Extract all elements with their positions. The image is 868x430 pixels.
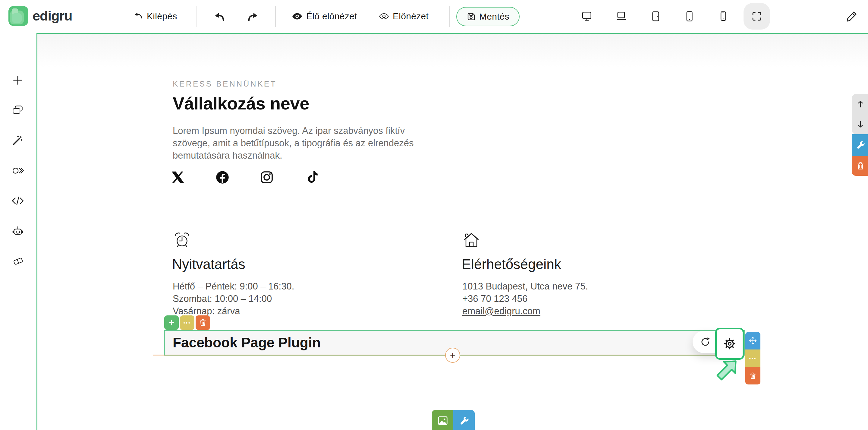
- intro-line: szövege, amit a betűtípusok, a tipográfi…: [173, 137, 414, 149]
- editor-canvas: KERESS BENNÜNKET Vállalkozás neve Lorem …: [36, 33, 868, 430]
- refresh-icon: [699, 336, 711, 348]
- preview-button[interactable]: Előnézet: [379, 0, 429, 33]
- fullscreen-button[interactable]: [744, 3, 770, 30]
- section-more-button[interactable]: •••: [180, 315, 194, 330]
- laptop-icon: [615, 10, 627, 22]
- wrench-icon: [856, 140, 865, 150]
- hours-list[interactable]: Hétfő – Péntek: 9:00 – 16:30. Szombat: 1…: [173, 280, 294, 317]
- instagram-icon[interactable]: [260, 170, 274, 184]
- save-button[interactable]: Mentés: [456, 7, 520, 26]
- move-up-button[interactable]: [856, 99, 865, 109]
- site-title[interactable]: Vállalkozás neve: [173, 93, 309, 113]
- top-toolbar: edigru Kilépés É: [0, 0, 868, 33]
- redo-icon: [247, 10, 259, 23]
- house-icon[interactable]: [462, 231, 480, 249]
- sidebar-item-assistant[interactable]: [11, 225, 24, 238]
- code-icon: [11, 194, 24, 207]
- mobile-icon: [717, 10, 729, 22]
- site-intro-paragraph[interactable]: Lorem Ipsum nyomdai szöveg. Az ipar szab…: [173, 124, 414, 162]
- trash-icon: [198, 318, 207, 327]
- toolbar-separator: [196, 6, 197, 27]
- wrench-icon: [459, 415, 469, 426]
- element-settings-button[interactable]: [453, 410, 475, 430]
- pages-icon: [11, 104, 24, 117]
- move-down-button[interactable]: [856, 120, 865, 129]
- eraser-icon: [11, 255, 24, 268]
- magic-wand-icon: [11, 134, 24, 147]
- facebook-icon[interactable]: [216, 170, 229, 184]
- save-label: Mentés: [479, 11, 509, 22]
- alarm-clock-icon[interactable]: [173, 231, 191, 249]
- device-tablet-button[interactable]: [650, 10, 661, 22]
- x-twitter-icon[interactable]: [171, 170, 185, 184]
- exit-label: Kilépés: [147, 11, 177, 21]
- tiktok-icon[interactable]: [304, 170, 318, 184]
- device-phone-button[interactable]: [683, 10, 695, 22]
- sidebar-item-pages[interactable]: [11, 104, 24, 117]
- contact-title[interactable]: Elérhetőségeink: [462, 256, 561, 272]
- sidebar-item-magic-wand[interactable]: [11, 134, 24, 147]
- block-settings-button[interactable]: [715, 328, 744, 360]
- block-move-button[interactable]: [745, 332, 761, 349]
- move-icon: [749, 337, 757, 345]
- exit-arrow-icon: [133, 11, 143, 21]
- preview-label: Előnézet: [393, 11, 429, 21]
- site-eyebrow-text[interactable]: KERESS BENNÜNKET: [173, 79, 277, 89]
- device-laptop-button[interactable]: [615, 10, 627, 22]
- contact-phone: +36 70 123 456: [462, 292, 588, 305]
- plus-icon: [11, 74, 24, 87]
- pencil-icon: [846, 10, 858, 22]
- hours-line: Szombat: 10:00 – 14:00: [173, 292, 294, 305]
- eye-filled-icon: [292, 12, 303, 20]
- phone-icon: [683, 10, 695, 22]
- arrow-down-icon: [856, 120, 865, 129]
- section-reorder-toolbar: [852, 94, 868, 134]
- block-delete-button[interactable]: [745, 367, 761, 384]
- arrow-up-icon: [856, 99, 865, 109]
- robot-icon: [11, 225, 24, 238]
- redo-button[interactable]: [247, 10, 259, 23]
- intro-line: bemutatására használnak.: [173, 149, 414, 162]
- social-links-row: [171, 170, 318, 184]
- exit-button[interactable]: Kilépés: [133, 0, 177, 33]
- section-delete-button[interactable]: [195, 315, 210, 330]
- sidebar-item-transitions[interactable]: [11, 164, 24, 177]
- contact-address: 1013 Budapest, Utca neve 75.: [462, 280, 588, 292]
- trash-icon: [856, 161, 865, 170]
- live-preview-button[interactable]: Élő előnézet: [292, 0, 357, 33]
- toolbar-separator: [275, 6, 276, 27]
- intro-line: Lorem Ipsum nyomdai szöveg. Az ipar szab…: [173, 124, 414, 137]
- device-desktop-button[interactable]: [581, 10, 593, 22]
- block-side-controls: •••: [745, 332, 761, 384]
- refresh-button[interactable]: [699, 336, 711, 348]
- edigru-logo-icon: [8, 6, 28, 26]
- toolbar-separator: [449, 6, 450, 27]
- undo-icon: [213, 10, 226, 23]
- brand-name: edigru: [33, 8, 72, 24]
- block-more-button[interactable]: •••: [745, 349, 761, 367]
- section-settings-button[interactable]: [852, 134, 868, 156]
- live-preview-label: Élő előnézet: [306, 11, 357, 21]
- section-remove-button[interactable]: [852, 156, 868, 176]
- contact-list[interactable]: 1013 Budapest, Utca neve 75. +36 70 123 …: [462, 280, 588, 317]
- insert-block-button[interactable]: +: [445, 348, 460, 363]
- tablet-icon: [650, 10, 661, 22]
- undo-button[interactable]: [213, 10, 226, 23]
- bottom-element-controls: [432, 410, 475, 430]
- edit-mode-button[interactable]: [846, 10, 858, 22]
- sidebar-item-eraser[interactable]: [11, 255, 24, 268]
- fullscreen-icon: [751, 11, 762, 22]
- image-icon: [437, 415, 448, 426]
- hours-line: Hétfő – Péntek: 9:00 – 16:30.: [173, 280, 294, 292]
- hours-title[interactable]: Nyitvatartás: [172, 256, 245, 272]
- sidebar-item-custom-code[interactable]: [11, 194, 24, 207]
- sidebar-item-add-element[interactable]: [11, 74, 24, 87]
- trash-icon: [749, 372, 757, 380]
- gear-icon: [723, 337, 737, 351]
- contact-email-link[interactable]: email@edigru.com: [462, 305, 588, 317]
- image-settings-button[interactable]: [432, 410, 453, 430]
- eye-outline-icon: [379, 12, 389, 20]
- section-add-button[interactable]: +: [164, 315, 179, 330]
- desktop-icon: [581, 10, 593, 22]
- device-mobile-button[interactable]: [717, 10, 729, 22]
